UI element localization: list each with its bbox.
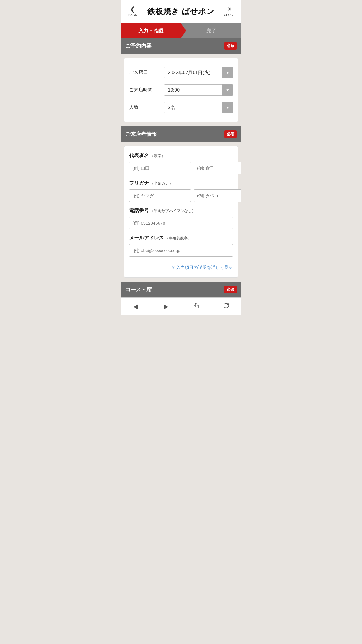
furigana-last-input[interactable]	[129, 189, 191, 202]
back-button[interactable]: ❮ BACK	[125, 6, 140, 17]
phone-input-wrapper	[129, 217, 233, 229]
email-sub: （半角英数字）	[165, 236, 191, 240]
reservation-card: ご来店日 2022年02月01日(火) ご来店時間 19:00 人数 2名	[124, 58, 238, 122]
back-icon: ❮	[130, 6, 135, 13]
close-button[interactable]: ✕ CLOSE	[222, 6, 237, 17]
app-header: ❮ BACK 鉄板焼き ぱせポン ✕ CLOSE	[121, 0, 241, 23]
phone-input[interactable]	[129, 217, 233, 229]
phone-label: 電話番号（半角数字ハイフンなし）	[129, 207, 233, 214]
progress-step-2: 完了	[181, 23, 241, 38]
name-first-input[interactable]	[194, 162, 241, 174]
nav-share-button[interactable]	[181, 298, 211, 315]
time-select-wrapper[interactable]: 19:00	[164, 84, 233, 96]
phone-field-group: 電話番号（半角数字ハイフンなし）	[129, 207, 233, 229]
email-input-wrapper	[129, 244, 233, 257]
phone-sub: （半角数字ハイフンなし）	[150, 209, 196, 213]
course-required-badge: 必須	[224, 286, 237, 293]
detail-link[interactable]: ∨ 入力項目の説明を詳しく見る	[129, 262, 233, 272]
svg-rect-0	[195, 304, 197, 307]
visitor-card: 代表者名（漢字） フリガナ（全角カナ） 電話番号（半角数字ハイフンなし） メール…	[124, 146, 238, 278]
app-title: 鉄板焼き ぱせポン	[147, 6, 214, 17]
time-select[interactable]: 19:00	[164, 84, 233, 96]
reservation-section-header: ご予約内容 必須	[121, 38, 241, 54]
visitor-section-header: ご来店者情報 必須	[121, 126, 241, 142]
name-sub: （漢字）	[150, 154, 165, 158]
bottom-navigation: ◀ ▶	[121, 298, 241, 315]
name-field-group: 代表者名（漢字）	[129, 152, 233, 174]
nav-share-icon	[193, 302, 199, 311]
furigana-input-row	[129, 189, 233, 202]
nav-back-button[interactable]: ◀	[121, 298, 151, 315]
email-input[interactable]	[129, 244, 233, 257]
close-icon: ✕	[227, 6, 232, 13]
date-select-wrapper[interactable]: 2022年02月01日(火)	[164, 67, 233, 78]
visitor-section-title: ご来店者情報	[125, 131, 157, 138]
furigana-field-group: フリガナ（全角カナ）	[129, 180, 233, 202]
course-section-header: コース・席 必須	[121, 282, 241, 298]
course-section-title: コース・席	[125, 286, 152, 293]
visitor-required-badge: 必須	[224, 130, 237, 138]
guests-select-wrapper[interactable]: 2名	[164, 102, 233, 113]
nav-refresh-button[interactable]	[211, 298, 242, 315]
name-input-row	[129, 162, 233, 174]
nav-back-icon: ◀	[133, 303, 138, 310]
date-row: ご来店日 2022年02月01日(火)	[129, 64, 233, 81]
close-label: CLOSE	[224, 13, 235, 17]
guests-label: 人数	[129, 104, 164, 111]
name-label: 代表者名（漢字）	[129, 152, 233, 159]
progress-bar: 入力・確認 完了	[121, 23, 241, 38]
furigana-first-input[interactable]	[194, 189, 241, 202]
furigana-sub: （全角カナ）	[150, 181, 173, 186]
nav-refresh-icon	[223, 302, 229, 311]
furigana-label: フリガナ（全角カナ）	[129, 180, 233, 186]
reservation-section-title: ご予約内容	[125, 42, 152, 49]
time-row: ご来店時間 19:00	[129, 81, 233, 99]
guests-select[interactable]: 2名	[164, 102, 233, 113]
date-label: ご来店日	[129, 69, 164, 76]
guests-row: 人数 2名	[129, 99, 233, 116]
time-label: ご来店時間	[129, 87, 164, 93]
progress-step-1: 入力・確認	[121, 23, 181, 38]
nav-forward-button[interactable]: ▶	[151, 298, 181, 315]
back-label: BACK	[128, 13, 137, 17]
reservation-required-badge: 必須	[224, 42, 237, 50]
email-label: メールアドレス（半角英数字）	[129, 235, 233, 241]
nav-forward-icon: ▶	[164, 303, 168, 310]
email-field-group: メールアドレス（半角英数字）	[129, 235, 233, 257]
name-last-input[interactable]	[129, 162, 191, 174]
date-select[interactable]: 2022年02月01日(火)	[164, 67, 233, 78]
